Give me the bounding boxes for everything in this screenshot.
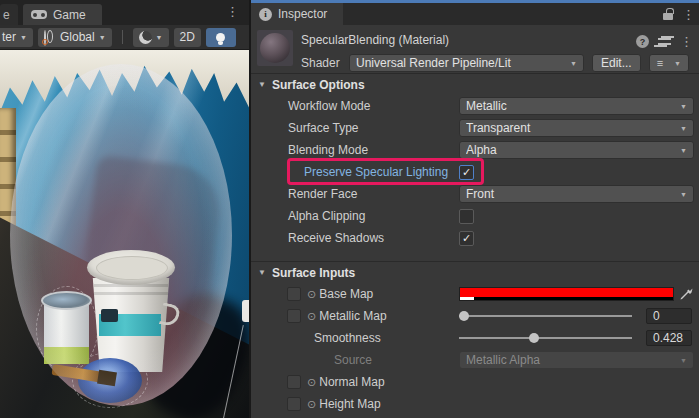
pivot-mode-label: ter (2, 30, 16, 44)
shader-edit-button[interactable]: Edit... (592, 54, 641, 72)
normal-map-texture-slot[interactable] (287, 375, 301, 389)
smoothness-slider[interactable] (459, 331, 632, 345)
metallic-map-texture-slot[interactable] (287, 309, 301, 323)
game-panel: e Game ⋮ ter ▼ Global ▼ (0, 0, 249, 418)
game-panel-menu-icon[interactable]: ⋮ (226, 4, 239, 19)
game-viewport[interactable] (0, 50, 249, 418)
inspector-panel: i Inspector ⋮ SpecularBlending (Material… (249, 0, 699, 418)
row-normal-map: ⊙ Normal Map (251, 371, 699, 393)
tab-scene-partial-label: e (3, 8, 10, 22)
height-map-texture-slot[interactable] (287, 397, 301, 411)
shader-dropdown[interactable]: Universal Render Pipeline/Lit ▼ (349, 54, 584, 72)
material-preview-thumbnail[interactable] (257, 30, 293, 66)
help-icon[interactable]: ? (636, 35, 649, 48)
chevron-down-icon: ▼ (570, 60, 577, 67)
base-map-texture-slot[interactable] (287, 287, 301, 301)
smoothness-value-field[interactable]: 0.428 (646, 330, 692, 346)
chevron-down-icon: ▼ (680, 357, 687, 364)
row-workflow-mode: Workflow Mode Metallic ▼ (251, 95, 699, 117)
object-picker-icon[interactable]: ⊙ (307, 398, 316, 411)
alpha-clipping-checkbox[interactable]: ✓ (459, 209, 474, 224)
inspector-menu-icon[interactable]: ⋮ (682, 7, 695, 22)
material-title: SpecularBlending (Material) (301, 33, 449, 47)
pivot-ring-icon (42, 39, 48, 45)
material-header: SpecularBlending (Material) ? ⋮ Shader U… (251, 25, 699, 73)
smoothness-source-dropdown: Metallic Alpha ▼ (459, 351, 694, 369)
workflow-mode-dropdown[interactable]: Metallic ▼ (459, 97, 694, 115)
base-map-color-field[interactable] (459, 287, 674, 301)
chevron-down-icon: ▼ (680, 103, 687, 110)
slider-thumb[interactable] (459, 311, 469, 321)
object-picker-icon[interactable]: ⊙ (307, 310, 316, 323)
tab-game[interactable]: Game (23, 4, 102, 25)
base-map-color-swatch (460, 288, 673, 297)
chevron-down-icon: ▼ (156, 34, 163, 41)
object-picker-icon[interactable]: ⊙ (307, 288, 316, 301)
edge-bucket (242, 300, 249, 322)
section-surface-options[interactable]: ▼ Surface Options (251, 73, 699, 95)
tab-game-label: Game (53, 8, 86, 22)
game-tab-bar: e Game ⋮ (0, 0, 249, 25)
row-alpha-clipping: Alpha Clipping ✓ (251, 205, 699, 227)
presets-icon[interactable] (658, 36, 671, 47)
info-icon: i (259, 8, 272, 21)
chevron-down-icon: ▼ (99, 34, 106, 41)
lock-icon[interactable] (663, 13, 673, 20)
row-surface-type: Surface Type Transparent ▼ (251, 117, 699, 139)
shading-sphere-icon (139, 31, 152, 44)
row-base-map: ⊙ Base Map (251, 283, 699, 305)
render-face-dropdown[interactable]: Front ▼ (459, 185, 694, 203)
row-smoothness: Smoothness 0.428 (251, 327, 699, 349)
shader-label: Shader (301, 56, 341, 70)
chevron-down-icon: ▼ (680, 147, 687, 154)
surface-type-dropdown[interactable]: Transparent ▼ (459, 119, 694, 137)
alpha-bar-black (474, 297, 673, 300)
toggle-2d-label: 2D (180, 30, 195, 44)
preserve-specular-checkbox[interactable]: ✓ (459, 165, 474, 180)
row-metallic-map: ⊙ Metallic Map 0 (251, 305, 699, 327)
row-preserve-specular-lighting: Preserve Specular Lighting ✓ (251, 161, 699, 183)
pivot-mode-dropdown[interactable]: ter ▼ (0, 28, 33, 47)
list-icon: ≡ (657, 57, 663, 69)
row-receive-shadows: Receive Shadows ✓ (251, 227, 699, 249)
gamepad-icon (31, 10, 47, 19)
section-surface-inputs[interactable]: ▼ Surface Inputs (251, 261, 699, 283)
object-picker-icon[interactable]: ⊙ (307, 376, 316, 389)
toggle-2d-button[interactable]: 2D (174, 28, 201, 47)
chevron-down-icon: ▼ (20, 34, 27, 41)
receive-shadows-checkbox[interactable]: ✓ (459, 231, 474, 246)
material-sphere-icon (260, 33, 290, 63)
tab-scene-partial[interactable]: e (0, 4, 18, 25)
chevron-down-icon: ▼ (674, 60, 681, 67)
chevron-down-icon: ▼ (680, 125, 687, 132)
scene-lighting-toggle[interactable] (206, 28, 236, 47)
scene-toolbar: ter ▼ Global ▼ ▼ 2D (0, 25, 249, 50)
foldout-icon: ▼ (258, 80, 266, 89)
lightbulb-icon (216, 33, 225, 42)
metallic-slider[interactable] (459, 309, 632, 323)
shader-row: Shader Universal Render Pipeline/Lit ▼ E… (301, 53, 695, 73)
transparent-sphere-front (10, 64, 232, 406)
material-menu-icon[interactable]: ⋮ (680, 34, 693, 49)
unity-editor: e Game ⋮ ter ▼ Global ▼ (0, 0, 699, 418)
row-render-face: Render Face Front ▼ (251, 183, 699, 205)
foldout-icon: ▼ (258, 268, 266, 277)
shading-mode-dropdown[interactable]: ▼ (133, 28, 169, 47)
inspector-tab-bar: i Inspector ⋮ (251, 3, 699, 25)
shader-options-button[interactable]: ≡ ▼ (649, 54, 689, 72)
row-blending-mode: Blending Mode Alpha ▼ (251, 139, 699, 161)
row-smoothness-source: Source Metallic Alpha ▼ (251, 349, 699, 371)
tab-inspector-label: Inspector (278, 7, 327, 21)
alpha-bar-white (460, 297, 474, 300)
eyedropper-icon[interactable] (678, 287, 694, 301)
tab-inspector[interactable]: i Inspector (251, 3, 343, 25)
toolbar-separator (122, 30, 123, 44)
chevron-down-icon: ▼ (680, 191, 687, 198)
slider-thumb[interactable] (529, 333, 539, 343)
blending-mode-dropdown[interactable]: Alpha ▼ (459, 141, 694, 159)
orientation-label: Global (60, 30, 95, 44)
row-height-map: ⊙ Height Map (251, 393, 699, 415)
orientation-dropdown[interactable]: Global ▼ (38, 28, 112, 47)
metallic-value-field[interactable]: 0 (646, 308, 692, 324)
